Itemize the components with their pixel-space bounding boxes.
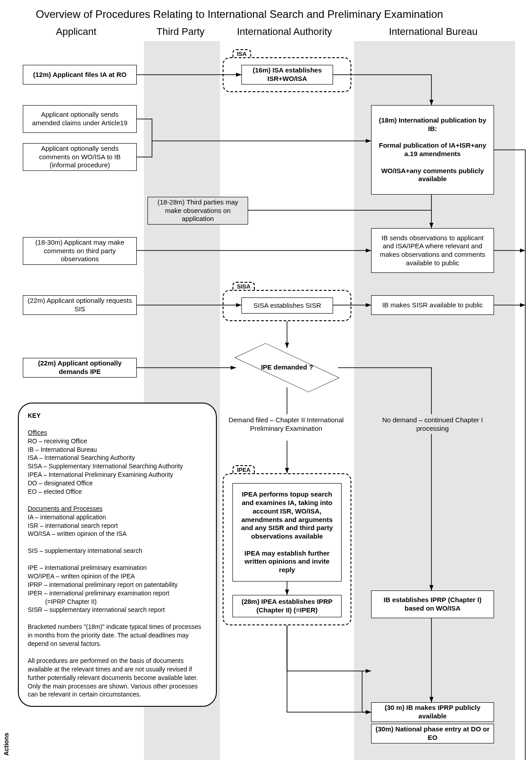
col-third-party: Third Party: [156, 26, 205, 38]
box-ib-publication: (18m) International publication by IB: F…: [371, 105, 494, 195]
key-line: [28, 555, 207, 564]
side-label-actions: Actions: [3, 733, 10, 756]
key-line: ISA – International Searching Authority: [28, 454, 207, 462]
key-line: WO/IPEA – written opinion of the IPEA: [28, 572, 207, 581]
key-line: SIS – supplementary international search: [28, 547, 207, 555]
key-line: DO – designated Office: [28, 479, 207, 488]
key-line: IPE – international preliminary examinat…: [28, 564, 207, 572]
key-line: IA – international application: [28, 513, 207, 522]
key-line: RO – receiving Office: [28, 437, 207, 446]
tab-ipea: IPEA: [232, 465, 255, 474]
tab-sisa: SISA: [232, 282, 255, 290]
key-line: EO – elected Office: [28, 488, 207, 496]
box-ib-iprp-public: (30 m) IB makes IPRP publicly available: [371, 702, 494, 722]
decision-ipe-demanded: IPE demanded ?: [233, 345, 341, 390]
col-bureau: International Bureau: [389, 26, 477, 38]
box-amended-claims: Applicant optionally sends amended claim…: [23, 105, 137, 133]
box-sisa-establishes: SISA establishes SISR: [241, 297, 333, 314]
box-demands-ipe: (22m) Applicant optionally demands IPE: [23, 358, 137, 378]
box-files-ia: (12m) Applicant files IA at RO: [23, 65, 137, 85]
key-heading: KEY: [28, 412, 207, 420]
box-comments-wo: Applicant optionally sends comments on W…: [23, 143, 137, 171]
box-third-party-observations: (18-28m) Third parties may make observat…: [148, 197, 248, 225]
tab-isa: ISA: [232, 49, 251, 58]
text-no-demand: No demand – continued Chapter I processi…: [371, 416, 494, 433]
key-note-2: All procedures are performed on the basi…: [28, 657, 207, 699]
box-national-phase: (30m) National phase entry at DO or EO: [371, 724, 494, 743]
key-note-1: Bracketed numbers "(18m)" indicate typic…: [28, 623, 207, 648]
box-isa-establishes: (16m) ISA establishes ISR+WO/ISA: [241, 65, 333, 85]
box-ipea-performs: IPEA performs topup search and examines …: [232, 483, 342, 582]
key-line: IPER – international preliminary examina…: [28, 589, 207, 606]
key-line: IPEA – International Preliminary Examini…: [28, 471, 207, 479]
box-ipea-establishes: (28m) IPEA establishes IPRP (Chapter II)…: [232, 595, 342, 617]
key-line: [28, 538, 207, 547]
key-line: WO/ISA – written opinion of the ISA: [28, 530, 207, 538]
key-offices-heading: Offices: [28, 429, 207, 437]
text-demand-filed: Demand filed – Chapter II International …: [224, 416, 349, 433]
key-line: IPRP – international preliminary report …: [28, 581, 207, 589]
col-applicant: Applicant: [56, 26, 97, 38]
box-requests-sis: (22m) Applicant optionally requests SIS: [23, 295, 137, 315]
decision-label: IPE demanded ?: [233, 363, 341, 371]
key-line: SISR – supplementary international searc…: [28, 606, 207, 614]
box-ib-sends-obs: IB sends observations to applicant and I…: [371, 228, 494, 273]
col-authority: International Authority: [237, 26, 332, 38]
key-docs-heading: Documents and Processes: [28, 505, 207, 513]
box-ib-iprp-ch1: IB establishes IPRP (Chapter I) based on…: [371, 590, 494, 618]
key-docs-list: IA – international applicationISR – inte…: [28, 513, 207, 615]
key-line: IB – International Bureau: [28, 446, 207, 454]
key-box: KEY Offices RO – receiving OfficeIB – In…: [18, 403, 217, 707]
key-line: SISA – Supplementary International Searc…: [28, 462, 207, 471]
lane-authority: [220, 41, 354, 760]
page-title: Overview of Procedures Relating to Inter…: [36, 8, 443, 21]
box-ib-sisr-public: IB makes SISR available to public: [371, 295, 494, 315]
box-applicant-comments: (18-30m) Applicant may make comments on …: [23, 237, 137, 265]
key-offices-list: RO – receiving OfficeIB – International …: [28, 437, 207, 496]
key-line: ISR – international search report: [28, 522, 207, 530]
